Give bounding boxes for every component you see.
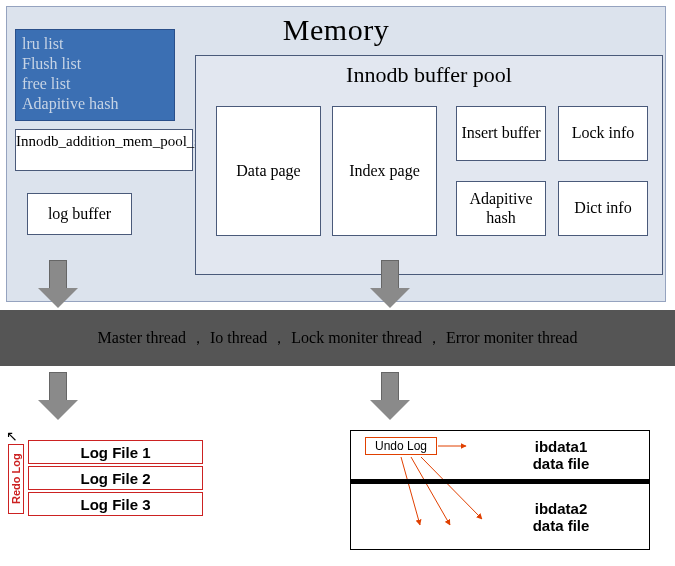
redo-log-group: ↖ Redo Log Log File 1 Log File 2 Log Fil… — [10, 430, 220, 522]
cell-label: Data page — [236, 162, 300, 180]
cell-label: Lock info — [572, 124, 635, 142]
cell-lock-info: Lock info — [558, 106, 648, 161]
memory-list-item: free list — [22, 74, 168, 94]
memory-list-item: lru list — [22, 34, 168, 54]
log-file-label: Log File 3 — [80, 496, 150, 513]
threads-text: Master thread ， Io thread ， Lock moniter… — [98, 328, 578, 349]
memory-list-item: Flush list — [22, 54, 168, 74]
ibdata-name: ibdata2 — [535, 500, 588, 517]
addition-mem-pool-label: Innodb_addition_mem_pool_size — [16, 133, 218, 149]
threads-bar: Master thread ， Io thread ， Lock moniter… — [0, 310, 675, 366]
ibdata-subtitle: data file — [533, 455, 590, 472]
ibdata-divider — [351, 479, 649, 484]
log-file-row: Log File 2 — [28, 466, 203, 490]
addition-mem-pool-box: Innodb_addition_mem_pool_size — [15, 129, 193, 171]
redo-log-side-label: Redo Log — [8, 444, 24, 514]
cell-label: Dict info — [574, 199, 631, 217]
memory-lists-box: lru list Flush list free list Adapitive … — [15, 29, 175, 121]
log-buffer-box: log buffer — [27, 193, 132, 235]
ibdata1-label: ibdata1 data file — [501, 439, 621, 472]
cell-adaptive-hash: Adapitive hash — [456, 181, 546, 236]
cell-label: Insert buffer — [461, 124, 540, 142]
log-file-label: Log File 2 — [80, 470, 150, 487]
innodb-buffer-pool: Innodb buffer pool Data page Index page … — [195, 55, 663, 275]
log-file-label: Log File 1 — [80, 444, 150, 461]
ibdata-group: Undo Log ibdata1 data file ibdata2 data … — [350, 430, 650, 550]
log-file-row: Log File 3 — [28, 492, 203, 516]
cursor-icon: ↖ — [6, 428, 18, 444]
buffer-pool-title: Innodb buffer pool — [196, 62, 662, 88]
ibdata2-label: ibdata2 data file — [501, 501, 621, 534]
log-file-row: Log File 1 — [28, 440, 203, 464]
arrow-down-icon — [370, 372, 410, 420]
arrow-down-icon — [38, 260, 78, 308]
memory-region: Memory lru list Flush list free list Ada… — [6, 6, 666, 302]
ibdata-name: ibdata1 — [535, 438, 588, 455]
svg-line-3 — [421, 457, 482, 519]
cell-label: Index page — [349, 162, 420, 180]
cell-dict-info: Dict info — [558, 181, 648, 236]
memory-list-item: Adapitive hash — [22, 94, 168, 114]
arrow-down-icon — [38, 372, 78, 420]
arrow-down-icon — [370, 260, 410, 308]
cell-data-page: Data page — [216, 106, 321, 236]
cell-insert-buffer: Insert buffer — [456, 106, 546, 161]
ibdata-subtitle: data file — [533, 517, 590, 534]
log-buffer-label: log buffer — [48, 205, 111, 223]
cell-label: Adapitive hash — [461, 190, 541, 227]
diagram-root: Memory lru list Flush list free list Ada… — [0, 0, 675, 566]
cell-index-page: Index page — [332, 106, 437, 236]
